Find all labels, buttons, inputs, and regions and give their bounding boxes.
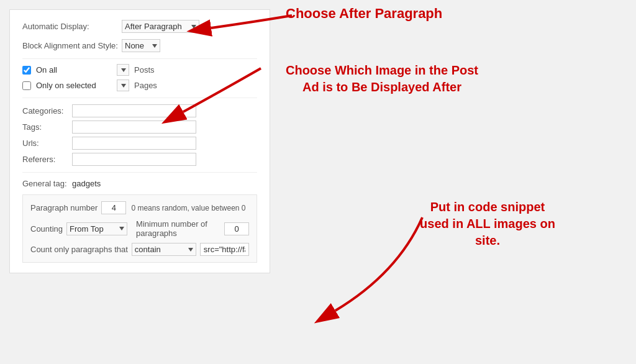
choose-after-paragraph-annotation: Choose After Paragraph — [286, 5, 442, 23]
only-on-selected-select[interactable] — [117, 80, 129, 91]
on-all-checkbox[interactable] — [22, 66, 31, 75]
paragraph-number-row: Paragraph number 0 means random, value b… — [30, 201, 249, 214]
paragraph-number-label: Paragraph number — [30, 203, 98, 212]
only-on-selected-post-type: Pages — [134, 81, 157, 90]
categories-input[interactable] — [72, 104, 196, 117]
count-only-label: Count only paragraphs that — [30, 245, 128, 254]
referers-input[interactable] — [72, 153, 196, 166]
paragraph-section: Paragraph number 0 means random, value b… — [22, 194, 257, 263]
choose-which-image-annotation: Choose Which Image in the PostAd is to B… — [267, 62, 497, 96]
on-all-label: On all — [36, 65, 117, 75]
automatic-display-select[interactable]: After Paragraph Before Paragraph After P… — [122, 20, 199, 33]
counting-select[interactable]: From Top From Bottom — [66, 222, 127, 235]
contain-select[interactable]: contain do not contain — [132, 243, 196, 256]
paragraph-number-input[interactable] — [101, 201, 126, 214]
categories-label: Categories: — [22, 106, 72, 116]
tags-input[interactable] — [72, 121, 196, 134]
counting-label: Counting — [30, 224, 63, 234]
min-paragraph-input[interactable] — [224, 222, 249, 235]
general-tag-row: General tag: gadgets — [22, 179, 257, 188]
divider-3 — [22, 172, 257, 173]
general-tag-label: General tag: — [22, 179, 72, 188]
urls-input[interactable] — [72, 137, 196, 150]
on-all-row: On all Posts — [22, 64, 257, 76]
referers-row: Referers: — [22, 153, 257, 166]
urls-row: Urls: — [22, 137, 257, 150]
block-alignment-select[interactable]: None Left Right Center — [122, 39, 160, 52]
divider-1 — [22, 58, 257, 59]
on-all-select[interactable] — [117, 64, 129, 76]
divider-2 — [22, 98, 257, 98]
tags-label: Tags: — [22, 122, 72, 132]
general-tag-value: gadgets — [72, 179, 101, 188]
arrow-3 — [298, 211, 435, 323]
block-alignment-row: Block Alignment and Style: None Left Rig… — [22, 39, 257, 52]
only-on-selected-label: Only on selected — [36, 81, 117, 90]
on-all-post-type: Posts — [134, 65, 155, 75]
automatic-display-row: Automatic Display: After Paragraph Befor… — [22, 20, 257, 33]
contain-input[interactable] — [200, 243, 249, 256]
only-on-selected-row: Only on selected Pages — [22, 80, 257, 91]
automatic-display-label: Automatic Display: — [22, 22, 122, 31]
contain-row: Count only paragraphs that contain do no… — [30, 243, 249, 256]
paragraph-hint: 0 means random, value between 0 — [131, 204, 245, 212]
counting-row: Counting From Top From Bottom Minimum nu… — [30, 219, 249, 238]
tags-row: Tags: — [22, 121, 257, 134]
put-in-code-annotation: Put in code snippetused in ALL images on… — [385, 199, 590, 249]
categories-row: Categories: — [22, 104, 257, 117]
block-alignment-label: Block Alignment and Style: — [22, 41, 122, 50]
referers-label: Referers: — [22, 155, 72, 164]
min-paragraph-label: Minimum number of paragraphs — [136, 219, 220, 238]
only-on-selected-checkbox[interactable] — [22, 81, 31, 90]
urls-label: Urls: — [22, 139, 72, 148]
form-panel: Automatic Display: After Paragraph Befor… — [9, 9, 270, 273]
